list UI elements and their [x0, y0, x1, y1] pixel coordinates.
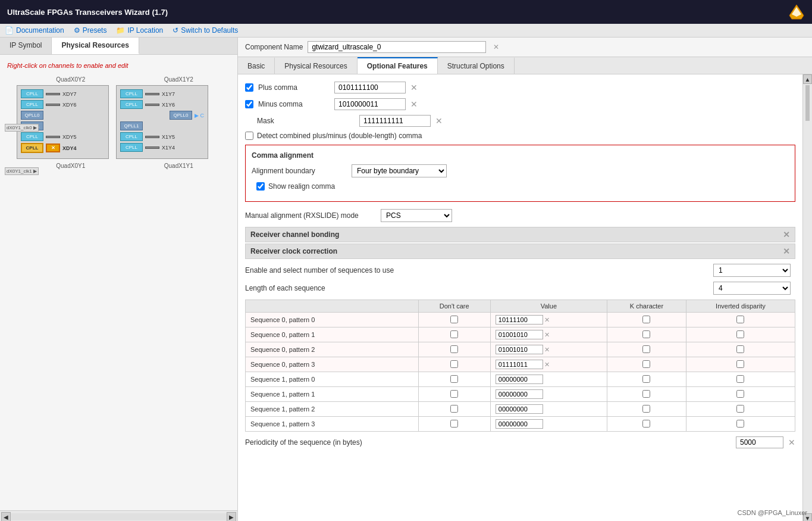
enable-sequences-select[interactable]: 1 2 3 4 — [713, 264, 791, 277]
seq-invdisp-checkbox-5[interactable] — [736, 390, 744, 398]
tab-structural-options[interactable]: Structural Options — [438, 57, 515, 74]
ch-x0y7[interactable] — [46, 93, 60, 95]
component-name-label: Component Name — [245, 43, 303, 51]
seq-invdisp-1 — [686, 327, 795, 342]
seq-value-input-1[interactable] — [496, 330, 543, 339]
minus-comma-input[interactable] — [334, 98, 406, 110]
detect-combo-checkbox[interactable] — [245, 132, 253, 140]
seq-dontcare-checkbox-4[interactable] — [450, 375, 458, 383]
ch-x1y6[interactable] — [145, 104, 159, 106]
seq-kchar-checkbox-7[interactable] — [642, 420, 650, 428]
seq-value-input-4[interactable] — [496, 375, 543, 384]
seq-dontcare-checkbox-6[interactable] — [450, 405, 458, 413]
seq-value-clear-1[interactable]: ✕ — [544, 331, 550, 339]
content-scroll[interactable]: Plus comma ✕ Minus comma ✕ Mask ✕ — [238, 74, 802, 521]
seq-dontcare-checkbox-2[interactable] — [450, 345, 458, 353]
show-realign-checkbox[interactable] — [256, 182, 265, 191]
ch-x0y4-active[interactable]: ✕ — [46, 143, 60, 152]
seq-kchar-checkbox-3[interactable] — [642, 360, 650, 368]
mask-input[interactable] — [359, 115, 431, 127]
tab-physical-resources-right[interactable]: Physical Resources — [275, 57, 357, 74]
seq-value-input-3[interactable] — [496, 360, 543, 369]
seq-label-1: Sequence 0, pattern 1 — [246, 327, 419, 342]
seq-value-input-2[interactable] — [496, 345, 543, 354]
plus-comma-input[interactable] — [334, 82, 406, 93]
seq-invdisp-checkbox-1[interactable] — [736, 330, 744, 338]
seq-kchar-checkbox-6[interactable] — [642, 405, 650, 413]
ch-x1y7[interactable] — [145, 93, 159, 95]
manual-align-select[interactable]: PCS PMA Off — [381, 209, 452, 222]
seq-invdisp-checkbox-4[interactable] — [736, 375, 744, 383]
seq-invdisp-checkbox-6[interactable] — [736, 405, 744, 413]
cpll-x0y6[interactable]: CPLL — [21, 100, 43, 109]
seq-label-4: Sequence 1, pattern 0 — [246, 372, 419, 387]
documentation-menu[interactable]: 📄 Documentation — [5, 26, 64, 35]
alignment-boundary-select[interactable]: Any byte boundary Two byte boundary Four… — [352, 164, 447, 177]
seq-value-clear-3[interactable]: ✕ — [544, 361, 550, 369]
tab-optional-features[interactable]: Optional Features — [358, 57, 438, 74]
clock-correction-collapse[interactable]: ✕ — [783, 247, 790, 256]
scroll-track[interactable] — [803, 84, 812, 513]
receiver-clock-correction-header[interactable]: Receiver clock correction ✕ — [245, 244, 795, 259]
plus-comma-clear[interactable]: ✕ — [410, 83, 418, 92]
seq-invdisp-0 — [686, 313, 795, 327]
ch-x1y5[interactable] — [145, 136, 159, 138]
qpll1-x1[interactable]: QPLL1 — [120, 121, 143, 130]
scroll-left-arrow[interactable]: ◀ — [1, 512, 11, 521]
length-sequences-select[interactable]: 1 2 4 — [713, 282, 791, 295]
cpll-x1y4[interactable]: CPLL — [120, 143, 143, 152]
seq-kchar-checkbox-0[interactable] — [642, 316, 650, 323]
ch-x0y5[interactable] — [46, 136, 60, 138]
seq-kchar-checkbox-5[interactable] — [642, 390, 650, 398]
qpll0-x1[interactable]: QPLL0 — [170, 111, 192, 120]
qpll0-x0[interactable]: QPLL0 — [21, 111, 43, 120]
seq-value-clear-2[interactable]: ✕ — [544, 346, 550, 354]
right-scrollbar: ▲ ▼ — [802, 74, 812, 521]
switch-defaults-menu[interactable]: ↺ Switch to Defaults — [173, 26, 238, 35]
seq-invdisp-checkbox-2[interactable] — [736, 345, 744, 353]
seq-kchar-checkbox-1[interactable] — [642, 330, 650, 338]
tab-physical-resources[interactable]: Physical Resources — [52, 38, 139, 54]
seq-dontcare-checkbox-3[interactable] — [450, 360, 458, 368]
seq-invdisp-checkbox-0[interactable] — [736, 316, 744, 323]
seq-value-input-5[interactable] — [496, 389, 543, 399]
minus-comma-clear[interactable]: ✕ — [410, 99, 418, 109]
component-name-input[interactable] — [308, 41, 486, 53]
cpll-x1y7[interactable]: CPLL — [120, 89, 143, 98]
cpll-x1y5[interactable]: CPLL — [120, 132, 143, 141]
scroll-up-arrow[interactable]: ▲ — [803, 74, 812, 84]
tab-basic[interactable]: Basic — [238, 57, 275, 74]
seq-value-clear-0[interactable]: ✕ — [544, 316, 550, 324]
seq-kchar-checkbox-4[interactable] — [642, 375, 650, 383]
seq-invdisp-4 — [686, 372, 795, 387]
channel-bonding-collapse[interactable]: ✕ — [783, 230, 790, 239]
seq-dontcare-checkbox-7[interactable] — [450, 420, 458, 428]
seq-invdisp-checkbox-7[interactable] — [736, 420, 744, 428]
plus-comma-checkbox[interactable] — [245, 83, 253, 92]
minus-comma-checkbox[interactable] — [245, 100, 253, 108]
manual-align-label: Manual alignment (RXSLIDE) mode — [245, 211, 376, 220]
tab-ip-symbol[interactable]: IP Symbol — [0, 38, 52, 54]
periodicity-clear[interactable]: ✕ — [788, 438, 795, 447]
seq-dontcare-checkbox-1[interactable] — [450, 330, 458, 338]
seq-value-input-7[interactable] — [496, 419, 543, 429]
seq-kchar-checkbox-2[interactable] — [642, 345, 650, 353]
seq-invdisp-checkbox-3[interactable] — [736, 360, 744, 368]
ch-x0y6[interactable] — [46, 104, 60, 106]
mask-clear[interactable]: ✕ — [435, 116, 443, 126]
scroll-h-track[interactable] — [11, 513, 227, 520]
ip-location-menu[interactable]: 📁 IP Location — [116, 26, 163, 35]
component-clear-button[interactable]: ✕ — [493, 43, 499, 51]
scroll-right-arrow[interactable]: ▶ — [227, 512, 236, 521]
seq-dontcare-checkbox-0[interactable] — [450, 316, 458, 323]
scroll-thumb[interactable] — [805, 85, 810, 121]
seq-dontcare-checkbox-5[interactable] — [450, 390, 458, 398]
seq-value-input-6[interactable] — [496, 404, 543, 414]
seq-value-input-0[interactable] — [496, 315, 543, 325]
receiver-channel-bonding-header[interactable]: Receiver channel bonding ✕ — [245, 227, 795, 242]
cpll-x1y6[interactable]: CPLL — [120, 100, 143, 109]
periodicity-input[interactable] — [736, 436, 783, 448]
cpll-x0y7[interactable]: CPLL — [21, 89, 43, 98]
presets-menu[interactable]: ⚙ Presets — [74, 26, 107, 35]
ch-x1y4[interactable] — [145, 146, 159, 149]
